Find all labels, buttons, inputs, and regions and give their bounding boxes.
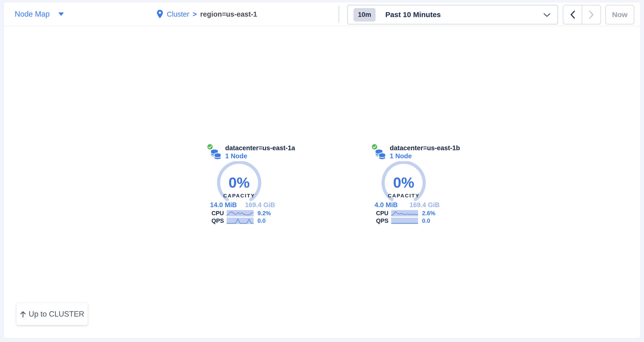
metric-value: 9.2% — [258, 210, 271, 217]
metrics: CPU 2.6% QPS 0.0 — [376, 210, 436, 224]
metric-row-qps: QPS 0.0 — [212, 218, 271, 224]
locality-card-us-east-1b[interactable]: datacenter=us-east-1b 1 Node 0% CAPACITY… — [371, 144, 444, 225]
metric-value: 0.0 — [258, 217, 266, 224]
time-window-label: Past 10 Minutes — [385, 10, 441, 19]
location-pin-icon — [156, 9, 163, 19]
capacity-caption: CAPACITY — [388, 193, 420, 198]
capacity-total: 169.4 GiB — [410, 201, 440, 209]
breadcrumb-separator: > — [193, 10, 197, 18]
up-to-cluster-label: Up to CLUSTER — [28, 310, 84, 319]
header-bar: Node Map Cluster > region=us-east-1 10m … — [4, 2, 640, 26]
arrow-up-icon — [20, 311, 26, 318]
metric-label: QPS — [376, 217, 391, 224]
database-stack-icon — [371, 144, 387, 161]
capacity-row: 14.0 MiB 169.4 GiB — [210, 201, 275, 209]
locality-titles: datacenter=us-east-1b 1 Node — [390, 144, 460, 160]
caret-down-icon — [58, 12, 64, 16]
cpu-sparkline — [227, 210, 254, 216]
time-forward-button[interactable] — [582, 5, 600, 24]
capacity-percent: 0% — [228, 174, 250, 191]
status-check-icon — [207, 144, 213, 150]
chevron-left-icon — [570, 10, 575, 19]
breadcrumb-current: region=us-east-1 — [200, 10, 257, 18]
time-window-badge: 10m — [354, 8, 376, 21]
capacity-percent: 0% — [393, 174, 414, 191]
header-divider — [339, 5, 339, 23]
now-button[interactable]: Now — [605, 5, 634, 24]
node-map-page: Node Map Cluster > region=us-east-1 10m … — [0, 0, 644, 342]
capacity-used: 14.0 MiB — [210, 201, 237, 209]
metric-label: QPS — [212, 217, 227, 224]
capacity-used: 4.0 MiB — [374, 201, 398, 209]
locality-node-count: 1 Node — [390, 152, 460, 160]
capacity-total: 169.4 GiB — [245, 201, 275, 209]
locality-title: datacenter=us-east-1b — [390, 144, 460, 152]
metric-label: CPU — [212, 210, 227, 217]
metric-value: 0.0 — [422, 217, 430, 224]
locality-titles: datacenter=us-east-1a 1 Node — [225, 144, 295, 160]
metrics: CPU 9.2% QPS 0.0 — [212, 210, 271, 224]
status-check-icon — [372, 144, 378, 150]
cpu-sparkline — [391, 210, 418, 216]
metric-value: 2.6% — [422, 210, 436, 217]
main-panel: Node Map Cluster > region=us-east-1 10m … — [4, 2, 640, 338]
metric-row-qps: QPS 0.0 — [376, 218, 436, 224]
metric-row-cpu: CPU 2.6% — [376, 210, 436, 216]
chevron-down-icon — [543, 13, 550, 17]
locality-card-us-east-1a[interactable]: datacenter=us-east-1a 1 Node 0% CAPACITY… — [206, 144, 280, 225]
metric-label: CPU — [376, 210, 391, 217]
breadcrumb-cluster-link[interactable]: Cluster — [167, 10, 189, 18]
breadcrumb: Cluster > region=us-east-1 — [156, 2, 257, 26]
capacity-caption: CAPACITY — [223, 193, 255, 198]
capacity-gauge: 0% CAPACITY — [213, 161, 265, 203]
locality-node-count: 1 Node — [225, 152, 295, 160]
time-back-button[interactable] — [563, 5, 582, 24]
capacity-gauge: 0% CAPACITY — [378, 161, 430, 203]
metric-row-cpu: CPU 9.2% — [212, 210, 271, 216]
view-selector[interactable]: Node Map — [15, 2, 64, 26]
qps-sparkline — [391, 218, 418, 224]
qps-sparkline — [227, 218, 254, 224]
time-nav-group — [563, 5, 601, 24]
up-to-cluster-button[interactable]: Up to CLUSTER — [16, 303, 88, 325]
time-window-select[interactable]: 10m Past 10 Minutes — [347, 5, 558, 24]
database-stack-icon — [206, 144, 223, 161]
chevron-right-icon — [589, 10, 594, 19]
locality-title: datacenter=us-east-1a — [225, 144, 295, 152]
capacity-row: 4.0 MiB 169.4 GiB — [374, 201, 440, 209]
view-selector-label: Node Map — [15, 10, 50, 18]
